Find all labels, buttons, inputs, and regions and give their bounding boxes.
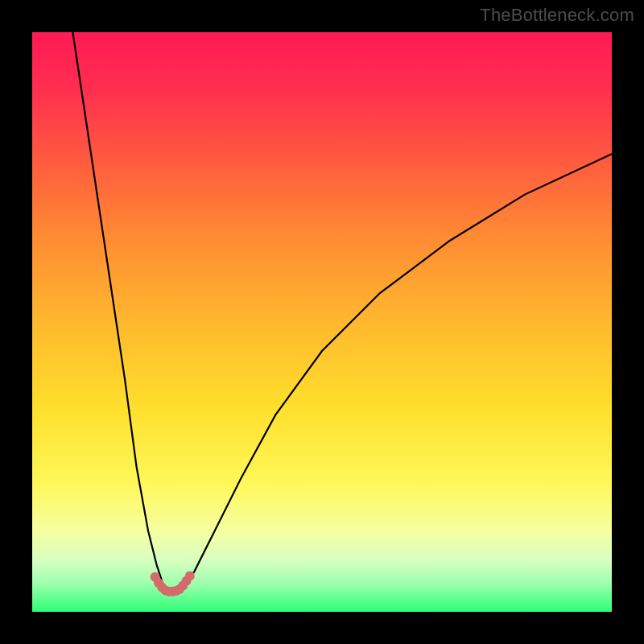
curve-right-branch: [171, 154, 612, 592]
bottom-marker-dots: [151, 571, 195, 596]
marker-dot: [185, 571, 195, 580]
outer-frame: TheBottleneck.com: [0, 0, 644, 644]
curve-left-branch: [72, 32, 171, 592]
plot-area: [32, 32, 612, 612]
chart-svg: [32, 32, 612, 612]
watermark-text: TheBottleneck.com: [480, 5, 634, 26]
